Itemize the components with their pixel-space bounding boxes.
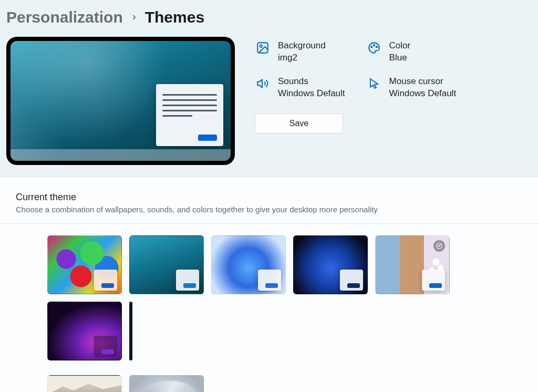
theme-thumbnail-partial[interactable]	[129, 302, 132, 360]
palette-icon	[366, 40, 382, 56]
sounds-property[interactable]: Sounds Windows Default	[255, 76, 345, 100]
image-icon	[255, 40, 271, 56]
sounds-label: Sounds	[278, 76, 345, 88]
theme-accent-badge	[94, 336, 117, 357]
current-theme-subtitle: Choose a combination of wallpapers, soun…	[16, 205, 522, 214]
theme-accent-badge	[94, 270, 117, 291]
svg-point-5	[437, 243, 442, 249]
color-property[interactable]: Color Blue	[366, 40, 457, 64]
breadcrumb-current: Themes	[145, 8, 204, 26]
preview-taskbar	[11, 149, 231, 161]
background-value: img2	[278, 52, 326, 64]
theme-thumbnail[interactable]	[129, 375, 204, 392]
cursor-value: Windows Default	[389, 88, 457, 100]
theme-preview-monitor	[6, 37, 235, 165]
svg-point-3	[373, 45, 374, 46]
theme-thumbnail[interactable]	[129, 235, 204, 294]
color-value: Blue	[389, 52, 411, 64]
cursor-icon	[366, 76, 382, 91]
chevron-right-icon	[130, 11, 138, 24]
theme-thumbnail[interactable]	[375, 235, 450, 294]
theme-accent-badge	[258, 270, 281, 291]
theme-preview-screen	[11, 41, 231, 161]
breadcrumb-parent[interactable]: Personalization	[6, 8, 123, 26]
breadcrumb: Personalization Themes	[0, 0, 538, 32]
mouse-cursor-property[interactable]: Mouse cursor Windows Default	[366, 76, 457, 100]
theme-properties-grid: Background img2 Color Blue	[255, 37, 456, 133]
theme-thumbnails-grid	[0, 224, 538, 392]
theme-thumbnail[interactable]	[47, 375, 122, 392]
theme-hero-row: Background img2 Color Blue	[0, 32, 538, 177]
current-theme-section-header: Current theme Choose a combination of wa…	[0, 177, 538, 224]
preview-sample-window	[156, 84, 223, 146]
theme-thumbnail[interactable]	[293, 235, 368, 294]
theme-accent-badge	[340, 270, 363, 291]
svg-point-1	[260, 45, 262, 47]
svg-point-4	[376, 46, 377, 47]
background-property[interactable]: Background img2	[255, 40, 345, 64]
current-theme-title: Current theme	[16, 192, 522, 203]
theme-accent-badge	[422, 270, 445, 291]
save-button[interactable]: Save	[255, 114, 343, 133]
theme-thumbnail[interactable]	[47, 235, 122, 294]
background-label: Background	[278, 40, 326, 52]
theme-thumbnail[interactable]	[47, 302, 122, 360]
theme-accent-badge	[176, 270, 199, 291]
cursor-label: Mouse cursor	[389, 76, 457, 88]
sounds-value: Windows Default	[278, 88, 345, 100]
color-label: Color	[389, 40, 411, 52]
sound-icon	[255, 76, 271, 91]
spotlight-icon	[433, 240, 445, 252]
theme-thumbnail[interactable]	[211, 235, 286, 294]
svg-point-2	[371, 46, 372, 47]
